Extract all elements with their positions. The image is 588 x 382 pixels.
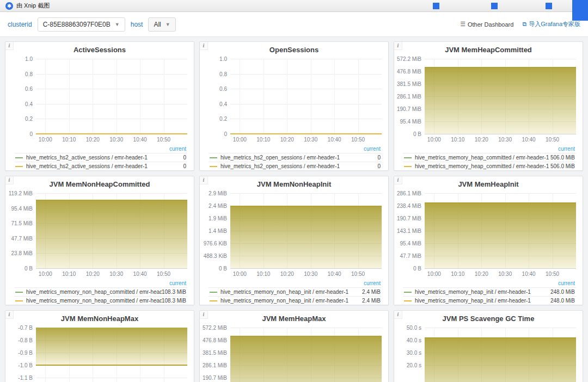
panel-chart: 119.2 MiB95.4 MiB71.5 MiB47.7 MiB23.8 Mi… — [5, 190, 194, 270]
titlebar-artifact — [546, 3, 552, 9]
h-gridline — [425, 193, 576, 194]
panel-chart: -0.7 B-0.8 B-0.9 B-1.0 B-1.1 B — [5, 324, 194, 382]
other-dashboard-button[interactable]: ☰ Other Dashboard — [460, 21, 513, 28]
y-tick-label: 0.2 — [219, 116, 227, 122]
menu-icon: ☰ — [460, 21, 465, 28]
legend-row[interactable]: hive_metrics_memory_non_heap_committed /… — [14, 296, 187, 305]
y-tick-label: 2.4 MiB — [209, 203, 227, 209]
series-dash-icon — [15, 300, 23, 301]
panel-info-icon[interactable]: i — [200, 42, 208, 50]
panel-title[interactable]: JVM MemHeapInit — [394, 176, 583, 190]
panel-title[interactable]: JVM PS Scavenge GC Time — [394, 311, 583, 324]
h-gridline — [230, 328, 382, 328]
legend-row[interactable]: hive_metrics_memory_non_heap_init / emr-… — [209, 296, 382, 305]
titlebar-artifact — [572, 0, 588, 21]
y-axis: -0.7 B-0.8 B-0.9 B-1.0 B-1.1 B — [8, 324, 36, 382]
panel-title[interactable]: JVM MemNonHeapMax — [5, 311, 194, 324]
panel-info-icon[interactable]: i — [394, 176, 402, 184]
legend-current-value: 506.0 MiB — [550, 163, 575, 169]
legend-row[interactable]: hive_metrics_memory_non_heap_init / emr-… — [209, 287, 382, 296]
legend-row[interactable]: hive_metrics_memory_heap_committed / emr… — [403, 162, 576, 170]
panel-info-icon[interactable]: i — [5, 176, 14, 184]
x-tick-label: 10:00 — [39, 271, 52, 277]
plot-area — [425, 190, 576, 270]
series-line — [425, 337, 576, 338]
y-tick-label: -0.9 B — [18, 350, 33, 356]
y-tick-label: 20.0 s — [407, 362, 421, 368]
h-gridline — [36, 268, 187, 269]
v-gridline — [69, 59, 70, 134]
y-tick-label: 47.7 MiB — [400, 253, 421, 259]
v-gridline — [311, 59, 311, 134]
y-tick-label: 0 B — [219, 266, 227, 272]
panel-title[interactable]: JVM MemHeapCommitted — [394, 42, 583, 56]
y-tick-label: 0.8 — [25, 71, 33, 77]
panel-title[interactable]: JVM MemNonHeapCommitted — [5, 176, 194, 190]
panel-title[interactable]: ActiveSessions — [5, 42, 194, 56]
series-area-fill — [230, 206, 382, 268]
legend-row[interactable]: hive_metrics_hs2_open_sessions / emr-hea… — [209, 153, 382, 162]
legend-row[interactable]: hive_metrics_hs2_open_sessions / emr-hea… — [209, 162, 382, 170]
y-tick-label: 190.7 MiB — [397, 106, 421, 112]
legend-series-name: hive_metrics_hs2_open_sessions / emr-hea… — [220, 155, 377, 161]
legend-row[interactable]: hive_metrics_hs2_active_sessions / emr-h… — [14, 153, 187, 162]
x-tick-label: 10:20 — [280, 137, 294, 143]
import-grafana-button[interactable]: ⧉ 导入Grafana专家版 — [522, 20, 580, 28]
x-axis: 10:0010:1010:2010:3010:4010:50 — [425, 137, 576, 144]
y-tick-label: 0.6 — [25, 86, 33, 92]
legend-row[interactable]: hive_metrics_hs2_active_sessions / emr-h… — [14, 162, 187, 170]
host-select[interactable]: All ▼ — [148, 17, 175, 32]
series-line — [425, 67, 576, 68]
panel-info-icon[interactable]: i — [5, 42, 14, 50]
h-gridline — [230, 89, 382, 89]
panel-jvm-memheapmax: iJVM MemHeapMax572.2 MiB476.8 MiB381.5 M… — [199, 310, 389, 382]
legend-row[interactable]: hive_metrics_memory_heap_committed / emr… — [403, 153, 576, 162]
v-gridline — [287, 59, 287, 134]
y-tick-label: 95.4 MiB — [400, 119, 421, 125]
panel-info-icon[interactable]: i — [5, 311, 14, 319]
y-tick-label: 71.5 MiB — [11, 220, 33, 226]
y-tick-label: 0 B — [24, 266, 33, 272]
panel-info-icon[interactable]: i — [394, 311, 402, 319]
x-tick-label: 10:20 — [280, 271, 294, 277]
legend-row[interactable]: hive_metrics_memory_heap_init / emr-head… — [403, 287, 576, 296]
y-tick-label: 0.4 — [25, 101, 33, 107]
series-dash-icon — [210, 157, 217, 158]
panel-title[interactable]: JVM MemHeapMax — [200, 311, 388, 324]
series-line — [36, 365, 187, 366]
h-gridline — [230, 104, 382, 104]
y-tick-label: 476.8 MiB — [203, 337, 227, 343]
legend-current-value: 108.3 MiB — [162, 289, 186, 295]
x-tick-label: 10:50 — [157, 271, 170, 277]
panel-info-icon[interactable]: i — [394, 42, 402, 50]
panel-title[interactable]: JVM MemNonHeapInit — [200, 176, 388, 190]
legend-series-name: hive_metrics_memory_non_heap_committed /… — [26, 289, 162, 295]
h-gridline — [36, 378, 187, 378]
x-tick-label: 10:10 — [451, 271, 464, 277]
y-tick-label: 190.7 MiB — [397, 215, 421, 221]
legend-current-value: 0 — [377, 163, 381, 169]
legend-series-name: hive_metrics_hs2_active_sessions / emr-h… — [26, 155, 183, 161]
series-dash-icon — [15, 292, 23, 293]
y-tick-label: 1.0 — [219, 56, 227, 62]
panel-info-icon[interactable]: i — [200, 311, 208, 319]
legend-row[interactable]: hive_metrics_memory_non_heap_committed /… — [14, 287, 187, 296]
legend-row[interactable]: hive_metrics_memory_heap_init / emr-head… — [403, 296, 576, 305]
h-gridline — [36, 74, 187, 75]
x-axis: 10:0010:1010:2010:3010:4010:50 — [36, 271, 187, 278]
clusterid-select[interactable]: C-85E88863097F0E0B ▼ — [38, 17, 125, 32]
series-line — [230, 206, 382, 207]
plot-area — [36, 324, 187, 382]
legend-current-value: 0 — [183, 155, 186, 161]
panel-jvm-memnonheapmax: iJVM MemNonHeapMax-0.7 B-0.8 B-0.9 B-1.0… — [5, 310, 194, 382]
other-dashboard-label: Other Dashboard — [468, 21, 513, 28]
h-gridline — [36, 119, 187, 119]
legend-current-value: 506.0 MiB — [550, 155, 575, 161]
import-grafana-label: 导入Grafana专家版 — [529, 20, 580, 28]
panel-info-icon[interactable]: i — [200, 176, 208, 184]
series-line — [36, 133, 187, 134]
x-axis: 10:0010:1010:2010:3010:4010:50 — [230, 137, 382, 144]
panel-title[interactable]: OpenSessions — [200, 42, 388, 56]
y-tick-label: 572.2 MiB — [397, 56, 421, 62]
panel-activesessions: iActiveSessions1.00.80.60.40.2010:0010:1… — [5, 41, 194, 171]
